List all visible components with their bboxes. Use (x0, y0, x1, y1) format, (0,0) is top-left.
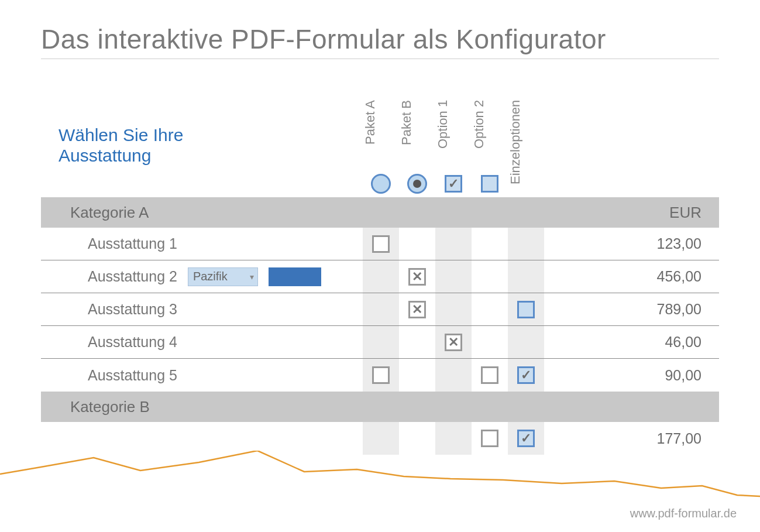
col-header-paket-a: Paket A (363, 94, 378, 170)
price: 177,00 (544, 430, 719, 447)
price: 456,00 (544, 268, 719, 285)
checkbox[interactable] (481, 366, 498, 384)
checkbox[interactable] (517, 430, 535, 447)
category-a-label: Kategorie A (41, 204, 363, 222)
paket-b-radio[interactable] (407, 174, 427, 194)
table-row: Ausstattung 3 789,00 (41, 293, 719, 326)
category-a-header: Kategorie A EUR (41, 197, 719, 228)
table-row: Ausstattung 5 90,00 (41, 359, 719, 392)
color-dropdown[interactable]: Pazifik (188, 267, 258, 286)
price: 123,00 (544, 235, 719, 252)
checkbox[interactable] (445, 334, 462, 351)
option-1-checkbox[interactable] (445, 175, 462, 193)
checkbox[interactable] (372, 366, 390, 384)
col-header-paket-b: Paket B (399, 94, 414, 170)
price: 90,00 (544, 367, 719, 384)
paket-a-radio[interactable] (371, 174, 391, 194)
checkbox[interactable] (517, 366, 535, 384)
option-2-checkbox[interactable] (481, 175, 498, 193)
page-title: Das interaktive PDF-Formular als Konfigu… (41, 23, 719, 59)
row-label: Ausstattung 2 (88, 268, 177, 285)
checkbox[interactable] (517, 301, 535, 318)
price: 789,00 (544, 301, 719, 318)
row-label: Ausstattung 4 (41, 334, 363, 351)
checkbox[interactable] (408, 301, 426, 318)
table-row: 177,00 (41, 422, 719, 455)
table-row: Ausstattung 1 123,00 (41, 228, 719, 260)
category-b-header: Kategorie B (41, 392, 719, 422)
checkbox[interactable] (408, 268, 426, 286)
currency-label: EUR (544, 204, 719, 222)
table-row: Ausstattung 2 Pazifik 456,00 (41, 260, 719, 293)
category-b-label: Kategorie B (41, 398, 363, 416)
col-header-option-2: Option 2 (472, 94, 487, 170)
price: 46,00 (544, 334, 719, 351)
table-row: Ausstattung 4 46,00 (41, 326, 719, 359)
choose-equipment-heading: Wählen Sie IhreAusstattung (41, 125, 363, 170)
row-label: Ausstattung 3 (41, 301, 363, 318)
footer-url: www.pdf-formular.de (630, 507, 737, 520)
checkbox[interactable] (372, 235, 390, 253)
col-header-einzeloptionen: Einzeloptionen (508, 94, 523, 170)
row-label: Ausstattung 5 (41, 367, 363, 384)
col-header-option-1: Option 1 (435, 94, 451, 170)
color-swatch (269, 267, 321, 286)
checkbox[interactable] (481, 430, 498, 447)
row-label: Ausstattung 1 (41, 235, 363, 252)
